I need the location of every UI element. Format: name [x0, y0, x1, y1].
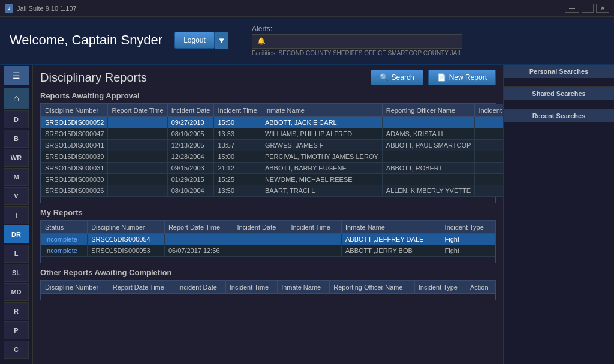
table-row[interactable]: SRSO15DIS000031 09/15/2003 21:12 ABBOTT,… — [41, 163, 504, 174]
table-row[interactable]: SRSO15DIS000041 12/13/2005 13:57 GRAVES,… — [41, 140, 504, 151]
cell-reporting-officer — [382, 117, 475, 128]
shared-searches-title: Shared Searches — [504, 87, 614, 100]
title-bar: J Jail Suite 9.10.1.107 — □ ✕ — [0, 0, 614, 17]
sidebar-item-d[interactable]: D — [4, 110, 29, 128]
sidebar-item-wr[interactable]: WR — [4, 149, 29, 167]
alerts-label: Alerts: — [252, 25, 462, 33]
table-row[interactable]: SRSO15DIS000039 12/28/2004 15:00 PERCIVA… — [41, 151, 504, 163]
sidebar-item-m[interactable]: M — [4, 168, 29, 186]
cell-incident-type: Fight — [441, 245, 495, 257]
cell-incident-date — [233, 234, 287, 245]
table-row[interactable]: SRSO15DIS000052 09/27/2010 15:50 ABBOTT,… — [41, 117, 504, 128]
cell-incident-type — [475, 174, 503, 185]
window-controls[interactable]: — □ ✕ — [565, 4, 609, 13]
cell-incident-time: 15:00 — [214, 151, 261, 163]
col-incident-type: Incident Type — [475, 104, 503, 117]
cell-inmate-name: PERCIVAL, TIMOTHY JAMES LEROY — [261, 151, 382, 163]
cell-report-date-time — [108, 117, 167, 128]
welcome-text: Welcome, Captain Snyder — [10, 32, 162, 48]
sidebar-item-md[interactable]: MD — [4, 283, 29, 301]
cell-reporting-officer: ADAMS, KRISTA H — [382, 128, 475, 140]
main-layout: ☰ ⌂ D B WR M V I DR L SL MD R P C Discip… — [0, 65, 614, 364]
sidebar-item-i[interactable]: I — [4, 206, 29, 224]
cell-report-date-time — [108, 185, 167, 197]
page-actions: 🔍 Search 📄 New Report — [371, 70, 496, 85]
col-incident-type: Incident Type — [441, 221, 495, 234]
cell-incident-type — [475, 185, 503, 197]
col-reporting-officer: Reporting Officer Name — [330, 281, 414, 294]
alerts-box: 🔔 — [252, 34, 462, 49]
cell-discipline-number: SRSO15DIS000026 — [41, 185, 108, 197]
sidebar-item-b[interactable]: B — [4, 130, 29, 148]
col-discipline-number: Discipline Number — [88, 221, 165, 234]
col-report-date-time: Report Date Time — [164, 221, 233, 234]
cell-report-date-time — [108, 128, 167, 140]
awaiting-approval-header: Reports Awaiting Approval — [40, 91, 496, 100]
cell-reporting-officer: ALLEN, KIMBERLY YVETTE — [382, 185, 475, 197]
sidebar-item-l[interactable]: L — [4, 245, 29, 263]
app-title: Jail Suite 9.10.1.107 — [17, 5, 77, 12]
new-report-button[interactable]: 📄 New Report — [428, 70, 496, 85]
cell-discipline-number: SRSO15DIS000030 — [41, 174, 108, 185]
cell-incident-time: 21:12 — [214, 163, 261, 174]
other-reports-table-container: Discipline Number Report Date Time Incid… — [40, 280, 496, 300]
cell-report-date-time — [108, 140, 167, 151]
sidebar-item-dr[interactable]: DR — [4, 225, 29, 243]
shared-searches-section: Shared Searches — [504, 87, 614, 109]
cell-reporting-officer: ABBOTT, ROBERT — [382, 163, 475, 174]
cell-incident-date: 01/29/2015 — [167, 174, 214, 185]
table-row[interactable]: SRSO15DIS000030 01/29/2015 15:25 NEWOME,… — [41, 174, 504, 185]
cell-incident-type — [475, 151, 503, 163]
search-button[interactable]: 🔍 Search — [371, 70, 423, 85]
minimize-button[interactable]: — — [565, 4, 579, 13]
close-button[interactable]: ✕ — [596, 4, 609, 13]
right-panel: Personal Searches Shared Searches Recent… — [503, 65, 614, 364]
cell-report-date-time — [108, 174, 167, 185]
cell-incident-date: 12/13/2005 — [167, 140, 214, 151]
cell-inmate-name: WILLIAMS, PHILLIP ALFRED — [261, 128, 382, 140]
cell-incident-type — [475, 128, 503, 140]
cell-reporting-officer: ABBOTT, PAUL SMARTCOP — [382, 140, 475, 151]
logout-group[interactable]: Logout ▼ — [174, 32, 228, 49]
cell-incident-date: 08/10/2004 — [167, 185, 214, 197]
app-icon: J — [5, 4, 13, 13]
cell-incident-date: 09/27/2010 — [167, 117, 214, 128]
maximize-button[interactable]: □ — [582, 4, 594, 13]
cell-incident-time: 13:50 — [214, 185, 261, 197]
cell-incident-time: 15:50 — [214, 117, 261, 128]
page-title: Disciplinary Reports — [40, 71, 147, 85]
table-row[interactable]: Incomplete SRSO15DIS000054 ABBOTT ,JEFFR… — [41, 234, 495, 245]
personal-searches-section: Personal Searches — [504, 65, 614, 87]
col-discipline-number: Discipline Number — [41, 281, 109, 294]
cell-inmate-name: GRAVES, JAMES F — [261, 140, 382, 151]
col-inmate-name: Inmate Name — [341, 221, 441, 234]
sidebar-item-r[interactable]: R — [4, 302, 29, 320]
sidebar-home-button[interactable]: ⌂ — [4, 88, 29, 109]
sidebar-item-v[interactable]: V — [4, 187, 29, 205]
table-row[interactable]: SRSO15DIS000047 08/10/2005 13:33 WILLIAM… — [41, 128, 504, 140]
cell-discipline-number: SRSO15DIS000053 — [88, 245, 165, 257]
logout-dropdown-arrow[interactable]: ▼ — [215, 32, 228, 49]
sidebar-item-c[interactable]: C — [4, 341, 29, 359]
header: Welcome, Captain Snyder Logout ▼ Alerts:… — [0, 17, 614, 65]
page-header: Disciplinary Reports 🔍 Search 📄 New Repo… — [40, 70, 496, 85]
content-area: Disciplinary Reports 🔍 Search 📄 New Repo… — [33, 65, 503, 364]
other-reports-header: Other Reports Awaiting Completion — [40, 268, 496, 277]
cell-incident-time: 13:57 — [214, 140, 261, 151]
cell-report-date-time: 06/07/2017 12:56 — [164, 245, 233, 257]
sidebar: ☰ ⌂ D B WR M V I DR L SL MD R P C — [0, 65, 33, 364]
sidebar-item-p[interactable]: P — [4, 321, 29, 339]
col-incident-date: Incident Date — [233, 221, 287, 234]
logout-button[interactable]: Logout — [174, 32, 215, 49]
table-row[interactable]: Incomplete SRSO15DIS000053 06/07/2017 12… — [41, 245, 495, 257]
search-icon: 🔍 — [380, 73, 389, 82]
cell-incident-date — [233, 245, 287, 257]
table-row[interactable]: SRSO15DIS000026 08/10/2004 13:50 BAART, … — [41, 185, 504, 197]
col-action: Action — [466, 281, 495, 294]
facilities-text: Facilities: SECOND COUNTY SHERIFFS OFFIC… — [252, 50, 462, 56]
cell-reporting-officer — [382, 151, 475, 163]
personal-searches-title: Personal Searches — [504, 65, 614, 78]
cell-incident-date: 12/28/2004 — [167, 151, 214, 163]
sidebar-menu-button[interactable]: ☰ — [4, 66, 29, 85]
sidebar-item-sl[interactable]: SL — [4, 264, 29, 282]
